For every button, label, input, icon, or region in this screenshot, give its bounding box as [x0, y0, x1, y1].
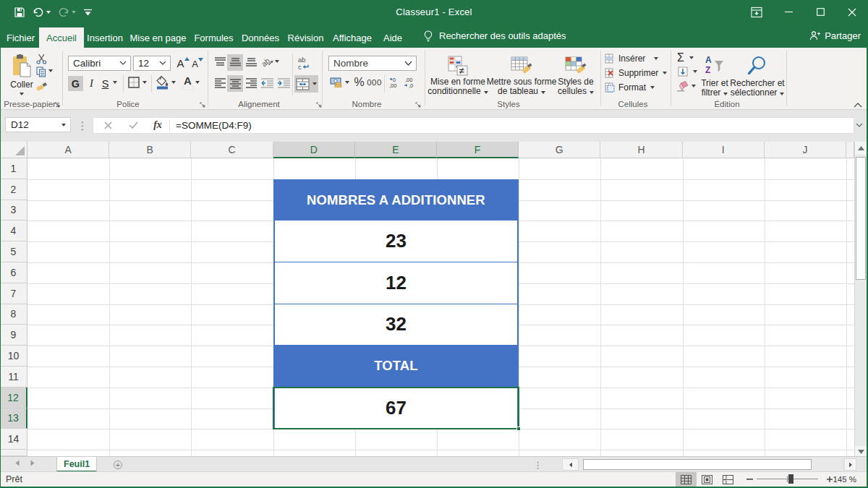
tab-formules[interactable]: Formules [187, 27, 240, 48]
row-header-10[interactable]: 10 [0, 346, 27, 367]
table-value-cell[interactable]: 32 [273, 304, 519, 346]
fill-handle[interactable] [516, 427, 521, 431]
align-middle-button[interactable] [227, 54, 243, 71]
collapse-ribbon-button[interactable] [854, 103, 862, 108]
align-right-button[interactable] [245, 77, 257, 89]
underline-button[interactable]: S [99, 76, 111, 91]
formula-bar-splitter[interactable]: ●●● [81, 121, 84, 132]
scroll-down-icon[interactable] [855, 446, 867, 457]
sort-filter-button[interactable]: A Z Trier et filtrer [697, 52, 732, 100]
tab-affichage[interactable]: Affichage [326, 27, 379, 48]
row-header-8[interactable]: 8 [0, 304, 27, 325]
name-box-dropdown[interactable] [61, 124, 66, 127]
column-header-i[interactable]: I [683, 142, 765, 158]
row-header-14[interactable]: 14 [0, 429, 27, 450]
accounting-format-button[interactable] [330, 77, 343, 89]
row-header-9[interactable]: 9 [0, 325, 27, 346]
row-header-2[interactable]: 2 [0, 179, 27, 200]
comma-style-button[interactable]: 000 [368, 77, 380, 87]
italic-button[interactable]: I [85, 76, 98, 91]
zoom-out-button[interactable] [744, 472, 755, 487]
column-header-a[interactable]: A [27, 142, 109, 158]
underline-dropdown[interactable] [113, 81, 117, 84]
close-button[interactable] [836, 0, 868, 24]
tab-scrollbar-splitter[interactable]: ●●● [537, 461, 539, 469]
cut-button[interactable] [36, 53, 47, 64]
ribbon-display-options-icon[interactable] [742, 0, 771, 24]
decrease-indent-button[interactable] [261, 77, 273, 89]
sheet-tab-feuil1[interactable]: Feuil1 [56, 457, 97, 472]
scroll-up-icon[interactable] [855, 142, 867, 155]
bold-button[interactable]: G [68, 76, 83, 91]
format-cells-button[interactable]: Format [605, 82, 655, 93]
accounting-dropdown[interactable] [345, 81, 349, 84]
table-header-cell[interactable]: NOMBRES A ADDITIONNER [273, 179, 519, 221]
decrease-font-size-button[interactable]: A [190, 58, 200, 70]
copy-dropdown[interactable] [48, 69, 53, 72]
normal-view-button[interactable] [676, 472, 697, 487]
vertical-scroll-thumb[interactable] [856, 157, 866, 280]
borders-button[interactable] [128, 77, 140, 88]
hscroll-right-icon[interactable] [844, 458, 856, 471]
alignment-dialog-launcher[interactable] [316, 102, 322, 108]
horizontal-scroll-thumb[interactable] [583, 459, 812, 470]
row-header-13[interactable]: 13 [0, 408, 27, 429]
column-header-partial[interactable] [846, 142, 854, 158]
font-name-combo[interactable]: Calibri [68, 56, 131, 71]
font-color-button[interactable]: A [182, 74, 194, 87]
select-all-corner[interactable] [0, 142, 27, 158]
decrease-decimal-button[interactable]: ,00,0 [404, 75, 414, 89]
column-header-h[interactable]: H [600, 142, 682, 158]
row-header-4[interactable]: 4 [0, 221, 27, 241]
font-size-combo[interactable]: 12 [133, 56, 171, 71]
tab-aide[interactable]: Aide [376, 27, 409, 48]
font-color-dropdown[interactable] [195, 81, 200, 84]
number-dialog-launcher[interactable] [415, 102, 421, 108]
vertical-scrollbar[interactable] [854, 142, 867, 457]
cell-styles-button[interactable]: Styles de cellules [554, 52, 597, 100]
format-painter-button[interactable] [36, 80, 48, 91]
row-header-partial[interactable] [0, 450, 27, 456]
merge-center-button[interactable] [294, 75, 318, 93]
paste-button[interactable]: Coller [6, 51, 38, 98]
increase-decimal-button[interactable]: 0,00 [389, 75, 400, 89]
row-header-7[interactable]: 7 [0, 283, 27, 304]
row-header-5[interactable]: 5 [0, 241, 27, 262]
horizontal-scrollbar[interactable] [579, 458, 841, 471]
font-dialog-launcher[interactable] [200, 102, 205, 108]
expand-formula-bar-icon[interactable] [856, 123, 863, 127]
fill-color-dropdown[interactable] [171, 81, 176, 84]
table-header-cell[interactable]: TOTAL [273, 346, 519, 388]
align-bottom-button[interactable] [245, 56, 257, 68]
tell-me-search[interactable]: Rechercher des outils adaptés [423, 24, 566, 48]
copy-button[interactable] [36, 67, 46, 77]
increase-font-size-button[interactable]: A [174, 56, 187, 70]
column-header-e[interactable]: E [355, 142, 437, 158]
tab-fichier[interactable]: Fichier [0, 27, 42, 48]
orientation-button[interactable]: ab [262, 56, 274, 69]
tab-révision[interactable]: Révision [281, 27, 331, 48]
cancel-icon[interactable] [99, 118, 116, 133]
share-button[interactable]: Partager [809, 24, 861, 48]
align-left-button[interactable] [214, 77, 226, 89]
fill-button[interactable] [678, 67, 697, 77]
format-as-table-button[interactable]: Mettre sous forme de tableau [488, 52, 556, 100]
column-header-c[interactable]: C [191, 142, 273, 158]
column-header-d[interactable]: D [273, 142, 355, 158]
column-header-b[interactable]: B [109, 142, 191, 158]
tab-mise-en-page[interactable]: Mise en page [122, 27, 193, 48]
autosum-button[interactable]: Σ [677, 52, 694, 64]
sheet-nav-prev-icon[interactable] [14, 460, 20, 466]
maximize-button[interactable] [804, 0, 836, 24]
find-select-button[interactable]: Rechercher et sélectionner [729, 52, 786, 100]
tab-données[interactable]: Données [234, 27, 286, 48]
delete-cells-button[interactable]: Supprimer [605, 67, 667, 78]
clipboard-dialog-launcher[interactable] [54, 102, 60, 108]
row-header-12[interactable]: 12 [0, 388, 27, 408]
percent-style-button[interactable]: % [354, 75, 365, 89]
orientation-dropdown[interactable] [275, 60, 279, 63]
insert-function-icon[interactable]: fx [149, 118, 166, 133]
hscroll-left-icon[interactable] [562, 458, 579, 471]
page-break-view-button[interactable] [718, 472, 739, 487]
tab-accueil[interactable]: Accueil [39, 27, 84, 48]
